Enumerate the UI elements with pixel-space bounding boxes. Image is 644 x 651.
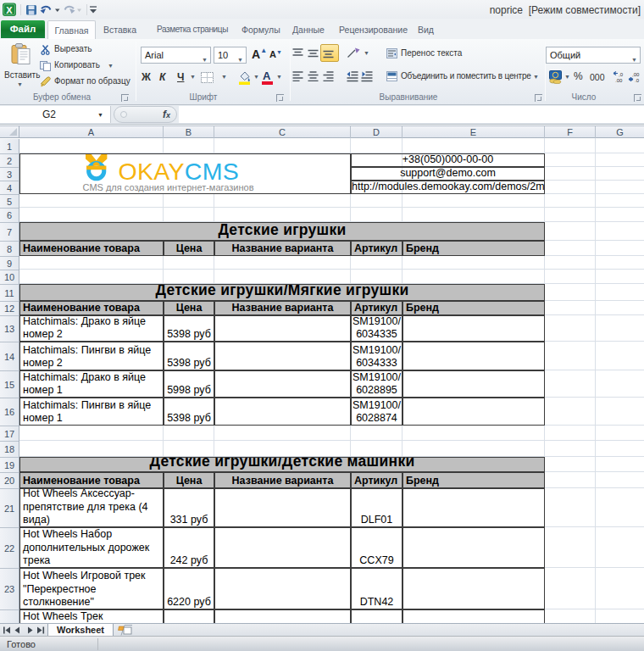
svg-text:,00: ,00 bbox=[615, 78, 623, 83]
svg-text:,0: ,0 bbox=[619, 72, 624, 77]
svg-text:,00: ,00 bbox=[632, 72, 640, 77]
svg-text:,0: ,0 bbox=[635, 78, 640, 83]
svg-text:X: X bbox=[6, 5, 13, 15]
svg-text:OKAYCMS: OKAYCMS bbox=[119, 158, 240, 185]
